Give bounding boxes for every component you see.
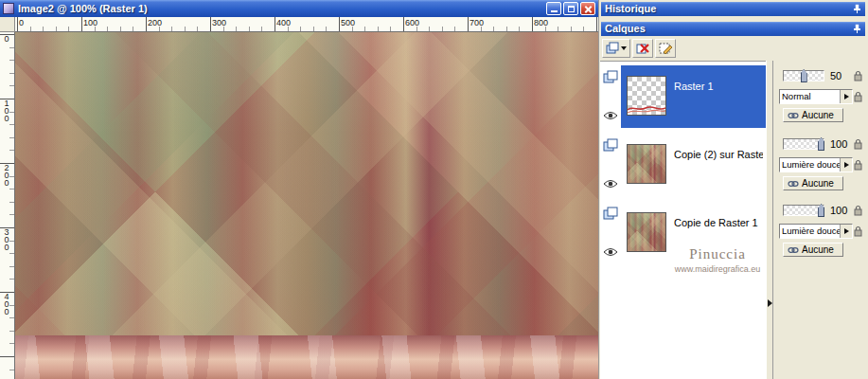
blend-mode-value: Normal <box>780 90 840 103</box>
chain-link-icon <box>788 180 799 188</box>
v-ruler-label: 300 <box>2 227 11 250</box>
padlock-icon[interactable] <box>853 70 863 81</box>
link-set-label: Aucune <box>802 109 834 121</box>
new-layer-icon <box>606 42 619 55</box>
panel-splitter[interactable] <box>766 61 773 379</box>
palettes-panel: Historique Calques <box>598 0 868 379</box>
link-set-button[interactable]: Aucune <box>783 108 843 122</box>
padlock-icon[interactable] <box>853 91 863 102</box>
collapse-arrow-icon[interactable] <box>768 299 772 307</box>
layer-props-copie-de-raster-1: 100 Lumière douce Aucune <box>773 203 868 263</box>
padlock-icon[interactable] <box>853 138 863 150</box>
padlock-icon[interactable] <box>853 159 863 171</box>
pushpin-icon[interactable] <box>852 4 862 14</box>
v-ruler-label: 0 <box>2 34 11 42</box>
minimize-button[interactable] <box>546 2 561 15</box>
delete-layer-button[interactable] <box>632 39 653 58</box>
image-canvas[interactable] <box>15 32 598 379</box>
layer-gutter <box>602 204 621 264</box>
layers-toolbar <box>602 39 676 60</box>
history-panel-title: Historique <box>605 3 656 14</box>
chain-link-icon <box>788 112 799 119</box>
layer-row-copie-de-raster-1[interactable]: Copie de Raster 1 <box>600 202 766 266</box>
layer-row-body[interactable]: Copie (2) sur Raster <box>621 134 766 196</box>
layer-name: Raster 1 <box>674 81 714 92</box>
close-button[interactable] <box>580 2 595 15</box>
padlock-icon[interactable] <box>853 205 863 216</box>
raster-layer-icon <box>603 70 618 83</box>
opacity-value: 100 <box>830 138 847 150</box>
dropdown-arrow-icon <box>844 94 849 99</box>
raster-layer-icon <box>603 138 618 152</box>
h-ruler-label: 800 <box>532 18 548 27</box>
layer-row-body[interactable]: Raster 1 <box>621 65 766 128</box>
layer-props-copie-2: 100 Lumière douce Aucune <box>773 136 868 197</box>
thumbnail-content <box>628 102 665 114</box>
padlock-icon[interactable] <box>853 226 863 237</box>
history-panel-header[interactable]: Historique <box>601 2 865 16</box>
slider-thumb[interactable] <box>818 204 824 217</box>
layer-row-copie-2-sur-raster[interactable]: Copie (2) sur Raster <box>600 134 766 198</box>
blend-mode-value: Lumière douce <box>780 225 840 238</box>
layer-row-body[interactable]: Copie de Raster 1 <box>621 202 766 264</box>
blend-mode-dropdown[interactable]: Normal <box>779 89 853 104</box>
opacity-value: 50 <box>830 70 841 81</box>
edit-selection-button[interactable] <box>655 39 676 58</box>
blend-mode-dropdown[interactable]: Lumière douce <box>779 224 853 239</box>
restore-button[interactable] <box>563 2 578 15</box>
h-ruler-label: 700 <box>468 18 484 27</box>
eye-icon[interactable] <box>603 179 618 189</box>
layer-gutter <box>602 135 621 196</box>
image-window: Image2 @ 100% (Raster 1) 0 100 200 300 4… <box>0 0 598 379</box>
opacity-slider[interactable] <box>783 70 824 81</box>
dropdown-arrow-button[interactable] <box>840 90 852 103</box>
layer-row-raster-1[interactable]: Raster 1 <box>600 65 766 130</box>
h-ruler-label: 400 <box>275 18 291 27</box>
slider-thumb[interactable] <box>801 69 807 82</box>
blend-mode-value: Lumière douce <box>780 158 840 171</box>
dropdown-arrow-button[interactable] <box>840 158 852 171</box>
vertical-ruler: 0 100 200 300 400 <box>0 32 15 379</box>
restore-icon <box>568 6 575 12</box>
v-ruler-label: 400 <box>2 292 11 315</box>
layer-thumbnail <box>627 212 666 252</box>
h-ruler-label: 200 <box>146 18 162 27</box>
layers-list: Raster 1 Copie (2) sur Ra <box>600 61 766 379</box>
layer-name: Copie de Raster 1 <box>674 217 758 228</box>
opacity-value: 100 <box>830 205 847 216</box>
chain-link-icon <box>788 246 799 254</box>
link-set-button[interactable]: Aucune <box>783 176 843 190</box>
v-ruler-label: 200 <box>2 163 11 186</box>
layer-thumbnail <box>627 76 666 116</box>
ruler-corner <box>0 17 15 32</box>
minimize-icon <box>551 10 558 12</box>
link-set-label: Aucune <box>802 244 834 256</box>
blend-mode-dropdown[interactable]: Lumière douce <box>779 157 853 172</box>
slider-thumb[interactable] <box>818 137 824 151</box>
dropdown-arrow-button[interactable] <box>840 225 852 238</box>
chevron-down-icon <box>621 46 627 50</box>
pushpin-icon[interactable] <box>852 24 862 34</box>
link-set-button[interactable]: Aucune <box>783 243 843 257</box>
layers-panel-header[interactable]: Calques <box>601 22 865 36</box>
opacity-slider[interactable] <box>783 205 824 216</box>
dropdown-arrow-icon <box>844 228 849 234</box>
h-ruler-label: 300 <box>210 18 226 27</box>
image-window-titlebar[interactable]: Image2 @ 100% (Raster 1) <box>0 0 598 17</box>
h-ruler-label: 500 <box>339 18 355 27</box>
h-ruler-label: 100 <box>81 18 97 27</box>
window-icon <box>3 3 14 14</box>
layer-props-raster-1: 50 Normal Aucune <box>773 68 868 129</box>
eye-icon[interactable] <box>603 247 618 257</box>
app-screen: Image2 @ 100% (Raster 1) 0 100 200 300 4… <box>0 0 868 379</box>
window-title: Image2 @ 100% (Raster 1) <box>18 3 544 14</box>
edit-selection-icon <box>659 42 673 55</box>
new-layer-button[interactable] <box>602 39 630 58</box>
close-icon <box>581 3 594 14</box>
layer-name: Copie (2) sur Raster <box>674 149 763 160</box>
dropdown-arrow-icon <box>844 162 849 168</box>
eye-icon[interactable] <box>603 111 618 120</box>
v-ruler-label: 100 <box>2 99 11 121</box>
delete-layer-icon <box>636 42 650 55</box>
opacity-slider[interactable] <box>783 138 824 150</box>
